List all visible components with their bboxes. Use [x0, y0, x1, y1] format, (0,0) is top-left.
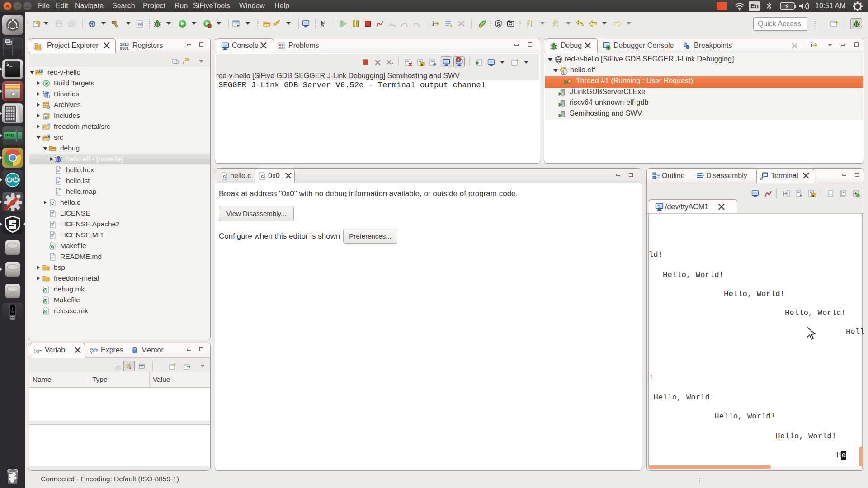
svg-text:t: t [129, 363, 131, 366]
svg-text:s: s [129, 366, 131, 369]
svg-text:a: a [812, 194, 814, 197]
svg-text:a: a [421, 63, 423, 66]
svg-text:0101: 0101 [115, 367, 122, 370]
svg-text:010: 010 [138, 23, 142, 25]
